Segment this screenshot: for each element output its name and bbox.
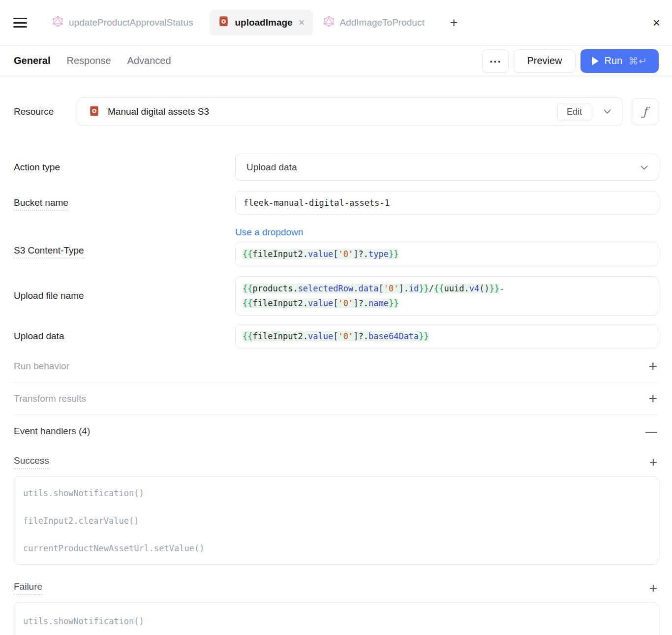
graphql-icon (323, 15, 335, 30)
content-type-code-input[interactable]: {{fileInput2.value['0']?.type}} (235, 242, 658, 266)
bucket-name-input[interactable]: fleek-manual-digital-assets-1 (235, 191, 658, 215)
resource-label: Resource (14, 106, 78, 117)
event-handlers-label: Event handlers (4) (14, 426, 90, 437)
action-type-value: Upload data (246, 162, 641, 173)
collapse-event-handlers-icon[interactable]: — (644, 425, 658, 437)
query-settings-form: Resource Manual digital assets S3 Edit ƒ… (0, 97, 672, 635)
run-shortcut: ⌘↵ (628, 55, 647, 67)
bucket-name-label: Bucket name (14, 197, 235, 208)
run-behavior-section[interactable]: Run behavior + (14, 350, 658, 382)
event-handlers-section[interactable]: Event handlers (4) — (14, 415, 658, 447)
success-handler-item[interactable]: fileInput2.clearValue() (23, 507, 649, 535)
resource-row: Resource Manual digital assets S3 Edit ƒ (14, 97, 658, 126)
transform-results-label: Transform results (14, 393, 86, 404)
s3-icon (217, 15, 230, 30)
menu-icon[interactable] (13, 18, 27, 28)
failure-handlers-list: utils.showNotification() (14, 602, 658, 635)
success-handler-item[interactable]: currentProductNewAssetUrl.setValue() (23, 535, 649, 562)
tab-general[interactable]: General (14, 55, 50, 66)
failure-handler-item[interactable]: utils.showNotification() (23, 607, 649, 635)
transform-results-section[interactable]: Transform results + (14, 382, 658, 415)
content-type-label: S3 Content-Type (14, 245, 235, 256)
action-type-row: Action type Upload data (14, 154, 658, 181)
tab-advanced[interactable]: Advanced (127, 55, 171, 66)
action-type-label: Action type (14, 162, 235, 173)
tab-label: uploadImage (235, 17, 292, 28)
upload-file-name-code-input[interactable]: {{products.selectedRow.data['0'].id}}/{{… (235, 276, 658, 316)
run-button[interactable]: Run ⌘↵ (580, 49, 659, 73)
expand-run-behavior-icon[interactable]: + (647, 359, 658, 374)
failure-label: Failure (14, 581, 42, 595)
bucket-name-row: Bucket name fleek-manual-digital-assets-… (14, 191, 658, 215)
success-header: Success + (14, 455, 658, 470)
action-type-select[interactable]: Upload data (235, 154, 658, 181)
chevron-down-icon[interactable] (604, 107, 611, 116)
add-success-handler-icon[interactable]: + (648, 455, 658, 469)
edit-resource-button[interactable]: Edit (557, 103, 591, 121)
resource-select[interactable]: Manual digital assets S3 Edit (78, 97, 622, 126)
preview-button[interactable]: Preview (514, 49, 575, 73)
add-tab-button[interactable]: + (443, 15, 465, 31)
failure-header: Failure + (14, 581, 658, 596)
success-handler-item[interactable]: utils.showNotification() (23, 479, 649, 507)
tab-label: updateProductApprovalStatus (69, 17, 193, 28)
upload-data-label: Upload data (14, 331, 235, 342)
resource-name: Manual digital assets S3 (108, 106, 550, 117)
upload-data-row: Upload data {{fileInput2.value['0']?.bas… (14, 324, 658, 349)
close-panel-icon[interactable]: × (653, 16, 660, 29)
tab-uploadImage[interactable]: uploadImage × (210, 10, 312, 35)
run-behavior-label: Run behavior (14, 361, 69, 372)
success-label: Success (14, 455, 49, 469)
tab-response[interactable]: Response (66, 55, 111, 66)
upload-file-name-label: Upload file name (14, 290, 235, 301)
tab-label: AddImageToProduct (340, 17, 425, 28)
success-handlers-list: utils.showNotification() fileInput2.clea… (14, 476, 658, 565)
toolbar-actions: ... Preview Run ⌘↵ (482, 49, 659, 73)
upload-data-code-input[interactable]: {{fileInput2.value['0']?.base64Data}} (235, 324, 658, 349)
run-label: Run (605, 55, 623, 66)
query-tab-bar: updateProductApprovalStatus uploadImage … (0, 0, 672, 46)
use-dropdown-link[interactable]: Use a dropdown (235, 227, 303, 238)
more-options-button[interactable]: ... (482, 49, 509, 73)
graphql-icon (52, 15, 64, 30)
play-icon (592, 57, 599, 65)
upload-file-name-row: Upload file name {{products.selectedRow.… (14, 276, 658, 316)
close-tab-icon[interactable]: × (299, 17, 305, 28)
expand-transform-results-icon[interactable]: + (647, 391, 658, 406)
editor-nav-tabs: General Response Advanced (14, 55, 171, 66)
tab-updateProductApprovalStatus[interactable]: updateProductApprovalStatus (44, 10, 201, 35)
tab-AddImageToProduct[interactable]: AddImageToProduct (315, 10, 432, 35)
fx-button[interactable]: ƒ (632, 98, 658, 125)
editor-toolbar: General Response Advanced ... Preview Ru… (0, 46, 672, 76)
content-type-row: S3 Content-Type Use a dropdown {{fileInp… (14, 227, 658, 266)
chevron-down-icon (641, 162, 648, 173)
s3-icon (88, 105, 100, 119)
query-editor-panel: updateProductApprovalStatus uploadImage … (0, 0, 672, 635)
add-failure-handler-icon[interactable]: + (648, 581, 658, 595)
